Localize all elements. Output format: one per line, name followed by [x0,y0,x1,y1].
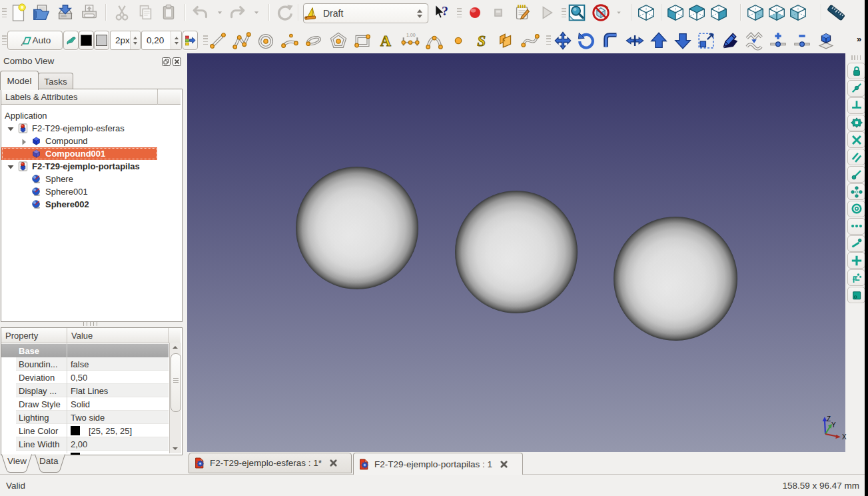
apply-style-button[interactable] [63,31,79,50]
sphere-object-0[interactable] [296,167,418,289]
open-document-button[interactable] [30,1,53,24]
draft-shape-2d-view-button[interactable] [815,30,837,51]
expand-arrow-icon[interactable] [7,125,13,131]
tree-item-f2-t29-ejemplo-esferas[interactable]: F2-T29-ejemplo-esferas [1,122,182,135]
draft-offset-button[interactable] [600,30,622,51]
draft-del-point-button[interactable] [791,30,813,51]
splitter-handle[interactable] [83,322,99,326]
snap-angle-button[interactable] [847,183,865,200]
property-row-boundin-[interactable]: Boundin...false [1,357,169,371]
macro-record-button[interactable] [464,1,486,24]
scroll-up-icon[interactable] [170,343,181,352]
toolbar-overflow-indicator[interactable]: » [857,34,860,44]
undo-button[interactable] [189,1,212,24]
document-tab-1[interactable]: F2-T29-ejemplo-portapilas : 1 [353,453,523,475]
value-column-header[interactable]: Value [67,328,169,343]
tree-item-sphere001[interactable]: Sphere001 [1,185,182,198]
property-scrollbar[interactable] [169,343,181,453]
snap-grid-button[interactable] [847,115,865,131]
draft-ellipse-button[interactable] [302,30,325,51]
snap-special-button[interactable] [847,269,865,286]
scale-spinner[interactable]: 0,20 [141,31,182,50]
tree-item-compound[interactable]: Compound [1,135,182,147]
working-plane-button[interactable]: Auto [7,31,63,50]
tree-item-f2-t29-ejemplo-portapilas[interactable]: F2-T29-ejemplo-portapilas [1,160,182,173]
fit-all-button[interactable] [566,1,588,24]
3d-viewport[interactable]: Z Y X [187,53,845,452]
macro-play-button[interactable] [535,1,558,24]
line-width-spinner[interactable]: 2px [110,31,141,50]
view-top-button[interactable] [685,1,708,24]
expand-arrow-icon[interactable] [7,163,13,169]
snap-perpendicular-button[interactable] [847,97,865,114]
draft-edit-button[interactable] [719,30,741,51]
snap-parallel-button[interactable] [847,149,865,165]
draft-shapestring-button[interactable]: S [471,30,494,51]
redo-dropdown-button[interactable] [250,1,262,24]
tab-data[interactable]: Data [39,456,59,466]
property-column-header[interactable]: Property [1,328,67,343]
draft-scale-button[interactable] [695,30,717,51]
tree-item-application[interactable]: Application [1,109,182,122]
draft-rotate-button[interactable] [576,30,598,51]
workbench-selector[interactable]: Draft [303,3,428,23]
tree-item-compound001[interactable]: Compound001 [1,147,182,160]
draft-circle-button[interactable] [254,30,277,51]
toolbar-handle[interactable] [2,8,7,17]
collapse-arrow-icon[interactable] [20,138,26,144]
property-row-draw-style[interactable]: Draw StyleSolid [1,397,169,411]
snap-midpoint-button[interactable] [847,80,865,97]
snap-lock-button[interactable] [847,63,865,79]
print-button[interactable] [78,1,101,24]
snap-working-plane-button[interactable] [847,287,865,303]
sphere-object-1[interactable] [455,191,578,313]
close-tab-icon[interactable] [499,459,508,469]
toolbar-handle[interactable] [2,35,7,45]
draft-wire-button[interactable] [230,30,253,51]
snap-center-button[interactable] [847,201,865,217]
view-axonometric-button[interactable] [635,1,657,24]
draft-point-button[interactable] [447,30,470,51]
undo-dropdown-button[interactable] [214,1,226,24]
property-group-base[interactable]: Base [1,344,169,357]
draft-downgrade-button[interactable] [671,30,694,51]
view-bottom-button[interactable] [765,1,788,24]
property-row-line-color[interactable]: Line Color[25, 25, 25] [1,424,169,437]
measure-distance-button[interactable] [825,1,847,24]
line-color-swatch[interactable] [79,31,94,50]
draft-arc-button[interactable] [278,30,301,51]
draw-style-dropdown-button[interactable] [614,1,624,24]
snap-endpoint-button[interactable] [847,166,865,183]
macro-edit-button[interactable] [511,1,534,24]
document-tab-0[interactable]: F2-T29-ejemplo-esferas : 1* [189,453,352,473]
tab-model[interactable]: Model [0,71,39,90]
tree-item-sphere002[interactable]: Sphere002 [1,198,182,211]
scroll-down-icon[interactable] [170,444,181,453]
snap-ortho-button[interactable] [847,252,865,269]
float-button[interactable] [162,57,171,66]
draft-facebinder-button[interactable] [495,30,518,51]
property-row-deviation[interactable]: Deviation0,50 [1,371,169,384]
draft-move-button[interactable] [552,30,574,51]
property-row-line-width[interactable]: Line Width2,00 [1,437,169,451]
toolbar-handle[interactable] [546,35,551,45]
draft-add-point-button[interactable] [767,30,789,51]
toolbar-handle[interactable] [457,8,462,17]
macro-stop-button[interactable] [487,1,510,24]
snap-toolbar-handle[interactable] [851,55,861,60]
cut-button[interactable] [111,1,133,24]
property-row-lighting[interactable]: LightingTwo side [1,411,169,424]
draft-polygon-button[interactable] [327,30,350,51]
redo-button[interactable] [226,1,248,24]
refresh-button[interactable] [273,1,296,24]
draft-wire-to-bspline-button[interactable] [743,30,765,51]
view-rear-button[interactable] [744,1,767,24]
save-document-button[interactable] [54,1,77,24]
snap-near-button[interactable] [847,235,865,252]
new-document-button[interactable] [7,1,29,24]
snap-extension-button[interactable] [847,218,865,235]
snap-intersection-button[interactable] [847,131,865,148]
whats-this-button[interactable]: ? [430,1,453,24]
view-right-button[interactable] [707,1,730,24]
draw-style-button[interactable] [590,1,612,24]
